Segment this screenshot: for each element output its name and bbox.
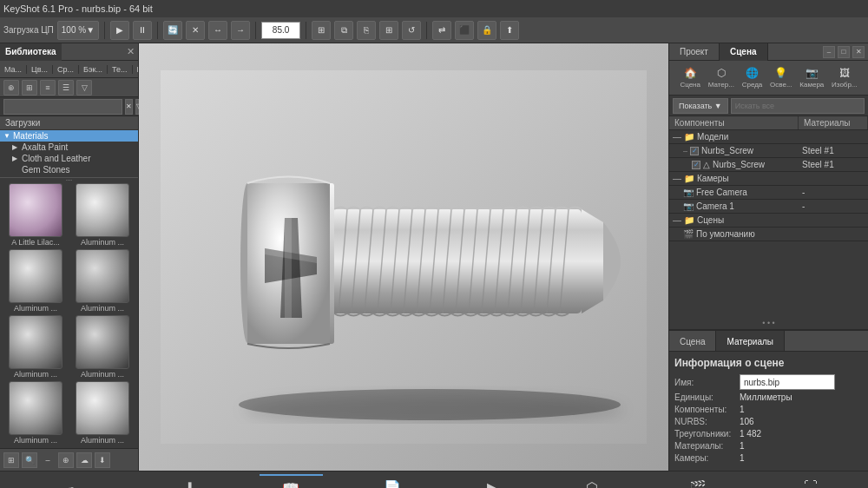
render-icon: 🎬 <box>687 478 708 488</box>
bottom-keyshot-vr[interactable]: ⬡ KeyShotVR <box>562 475 623 488</box>
scene-icon-image[interactable]: 🖼 Изобр... <box>828 65 860 90</box>
rp-close[interactable]: ✕ <box>852 46 865 58</box>
play-btn[interactable]: ▶ <box>110 21 129 40</box>
lb-search2-btn[interactable]: ⊕ <box>58 452 74 468</box>
svg-rect-2 <box>330 209 582 313</box>
scene-icon-scene[interactable]: 🏠 Сцена <box>676 65 704 90</box>
tab-materials[interactable]: Библиотека <box>0 43 62 61</box>
tree-item-cloth[interactable]: ▶ Cloth and Leather <box>0 153 138 164</box>
tab-project[interactable]: Проект <box>669 43 720 61</box>
mat-icon-3[interactable]: ≡ <box>40 80 56 96</box>
cloud-icon: ☁ <box>60 478 81 488</box>
search-input[interactable] <box>3 99 122 115</box>
scene-row-cameras[interactable]: — 📁 Камеры <box>669 172 868 186</box>
scene-folder-icon: 📁 <box>684 215 694 225</box>
scene-row-freecam[interactable]: 📷 Free Camera - <box>669 186 868 200</box>
scene-icon-label-materials: Матер... <box>708 81 734 89</box>
tab-scene[interactable]: Сцена <box>720 43 768 61</box>
bottom-cloud[interactable]: ☁ Облачная библиотека <box>20 475 121 488</box>
mat-icon-2[interactable]: ⊞ <box>22 80 37 96</box>
subtab-sr[interactable]: Ср... <box>53 65 79 74</box>
lb-grid-btn[interactable]: ⊞ <box>3 452 19 468</box>
bottom-import[interactable]: ⬇ Импорт <box>160 475 220 488</box>
thumb-alum5[interactable]: Aluminum ... <box>70 315 135 379</box>
thumb-lilac[interactable]: A Little Lilac... <box>3 183 68 247</box>
lb-search-btn[interactable]: 🔍 <box>22 452 37 468</box>
percent-dropdown[interactable]: 100 % ▼ <box>57 21 99 40</box>
subtab-bk[interactable]: Бэк... <box>79 65 108 74</box>
move-btn[interactable]: ↔ <box>208 21 227 40</box>
thumb-img-alum6 <box>9 381 62 435</box>
screenshot-btn[interactable]: ⊞ <box>312 21 331 40</box>
info-value-cameras: 1 <box>740 453 745 463</box>
tree-label-axalta: Axalta Paint <box>22 142 68 152</box>
dash-nurbs1: – <box>683 147 687 155</box>
lb-import-btn[interactable]: ⬇ <box>95 452 110 468</box>
copy-btn[interactable]: ⧉ <box>334 21 353 40</box>
tree-item-materials[interactable]: ▼ Materials <box>0 130 138 142</box>
thumb-alum4[interactable]: Aluminum ... <box>3 315 68 379</box>
scene-icon-camera[interactable]: 📷 Камера <box>796 65 827 90</box>
rp-minimize[interactable]: – <box>823 46 835 58</box>
angle-input[interactable] <box>261 22 300 39</box>
scene-row-nurbs1[interactable]: – ✓ Nurbs_Screw Steel #1 <box>669 144 868 158</box>
bottom-animation[interactable]: ▶ Анимация <box>462 475 523 488</box>
bottom-library[interactable]: 📖 Библиотека <box>260 474 323 488</box>
thumb-alum7[interactable]: Aluminum ... <box>70 381 135 445</box>
bottom-tab-materials[interactable]: Материалы <box>716 331 785 352</box>
mat-icon-4[interactable]: ☰ <box>58 80 74 96</box>
mat-icon-5[interactable]: ▽ <box>76 80 92 96</box>
info-title: Информация о сцене <box>674 357 863 369</box>
thumb-alum6[interactable]: Aluminum ... <box>3 381 68 445</box>
grid-btn[interactable]: ⊞ <box>379 21 398 40</box>
col-components: Компоненты <box>669 116 799 129</box>
col-materials: Материалы <box>799 116 868 129</box>
show-dropdown[interactable]: Показать ▼ <box>673 98 728 114</box>
scene-search-input[interactable] <box>731 98 865 114</box>
measure-btn[interactable]: ⬛ <box>455 21 474 40</box>
scene-icon-light[interactable]: 💡 Осве... <box>766 65 796 90</box>
mat-icon-1[interactable]: ⊕ <box>3 80 19 96</box>
scene-row-default[interactable]: 🎬 По умолчанию <box>669 228 868 241</box>
tree-item-axalta[interactable]: ▶ Axalta Paint <box>0 142 138 153</box>
thumb-alum2[interactable]: Aluminum ... <box>3 249 68 313</box>
pause-btn[interactable]: ⏸ <box>133 21 152 40</box>
svg-point-1 <box>239 389 621 420</box>
arrow-btn[interactable]: → <box>231 21 250 40</box>
viewport[interactable] <box>139 43 668 471</box>
info-row-units: Единицы: Миллиметры <box>674 392 863 402</box>
subtab-iz[interactable]: Из... <box>133 65 138 74</box>
thumb-img-alum2 <box>9 249 62 303</box>
rp-maximize[interactable]: □ <box>838 46 850 58</box>
render-btn[interactable]: 🔄 <box>163 21 182 40</box>
scene-row-models[interactable]: — 📁 Модели <box>669 130 868 144</box>
scene-row-cam1[interactable]: 📷 Camera 1 - <box>669 200 868 214</box>
lb-cloud-btn[interactable]: ☁ <box>76 452 92 468</box>
scene-row-nurbs2[interactable]: ✓ △ Nurbs_Screw Steel #1 <box>669 158 868 172</box>
screw-svg <box>161 70 647 444</box>
bottom-project[interactable]: 📄 Проект <box>362 475 423 488</box>
bottom-screenshot[interactable]: ⛶ Снимок экрана <box>773 475 849 488</box>
subtab-ma[interactable]: Ма... <box>0 65 27 74</box>
thumb-img-alum1 <box>76 183 129 237</box>
minus-icon-scenes: — <box>673 215 681 225</box>
lock-btn[interactable]: 🔒 <box>477 21 496 40</box>
camera-btn[interactable]: ⇄ <box>432 21 451 40</box>
export-btn[interactable]: ⬆ <box>500 21 519 40</box>
bottom-tab-scene[interactable]: Сцена <box>669 331 716 352</box>
scene-row-scenes[interactable]: — 📁 Сцены <box>669 214 868 228</box>
x-axis-btn[interactable]: ✕ <box>186 21 205 40</box>
subtab-te[interactable]: Те... <box>108 65 133 74</box>
scene-icon-materials[interactable]: ⬡ Матер... <box>705 65 738 90</box>
material-thumbnails: A Little Lilac... Aluminum ... Aluminum … <box>0 180 138 448</box>
scene-icon-env[interactable]: 🌐 Среда <box>739 65 766 90</box>
subtab-cv[interactable]: Цв... <box>27 65 53 74</box>
panel-close[interactable]: ✕ <box>127 46 138 57</box>
bottom-render[interactable]: 🎬 Визуализация <box>662 475 734 488</box>
search-btn-clear[interactable]: ✕ <box>125 99 133 115</box>
refresh-btn[interactable]: ↺ <box>402 21 421 40</box>
paste-btn[interactable]: ⎘ <box>357 21 376 40</box>
info-name-input[interactable] <box>740 374 835 390</box>
thumb-alum3[interactable]: Aluminum ... <box>70 249 135 313</box>
thumb-alum1[interactable]: Aluminum ... <box>70 183 135 247</box>
